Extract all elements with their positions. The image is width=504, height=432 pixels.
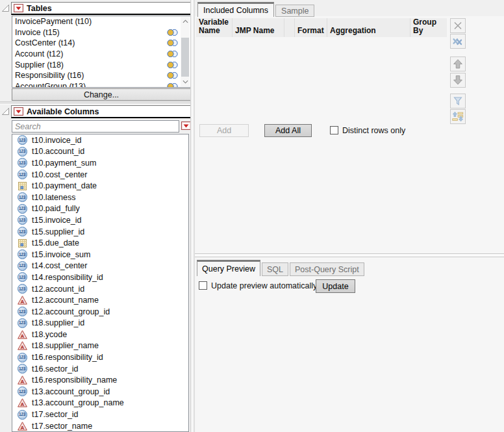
preview-tabbar: Query PreviewSQLPost-Query Script <box>197 260 364 276</box>
add-all-button[interactable]: Add All <box>264 124 312 137</box>
available-columns-section-header: Available Columns <box>11 105 192 118</box>
delete-all-x-icon <box>451 34 465 49</box>
available-column-item[interactable]: 123 t16.sector_id <box>12 363 188 375</box>
change-tables-button[interactable]: Change... <box>12 88 191 101</box>
search-input[interactable] <box>12 120 179 133</box>
available-column-item[interactable]: 123 t12.account_id <box>12 283 188 295</box>
available-column-item[interactable]: 123 t10.payment_sum <box>12 157 188 169</box>
remove-all-columns-button[interactable] <box>450 34 466 49</box>
numeric-column-icon: 123 <box>18 364 27 374</box>
available-column-item[interactable]: A t16.responsibility_name <box>12 374 188 386</box>
tab-sql[interactable]: SQL <box>262 262 288 276</box>
available-column-item[interactable]: 123 t10.invoice_id <box>12 134 188 146</box>
numeric-column-icon: 123 <box>18 192 27 202</box>
update-preview-automatically-checkbox[interactable] <box>199 281 207 290</box>
add-button[interactable]: Add <box>199 124 249 137</box>
table-name: Invoice (t15) <box>15 28 60 37</box>
column-header-group-by[interactable]: Group By <box>410 18 447 37</box>
available-columns-menu-button[interactable] <box>14 107 23 116</box>
available-column-item[interactable]: 123 t14.cost_center <box>12 260 188 272</box>
horizontal-splitter[interactable] <box>0 101 190 105</box>
search-options-button[interactable] <box>181 121 191 130</box>
update-button[interactable]: Update <box>316 279 355 293</box>
column-name: t10.cost_center <box>32 170 87 179</box>
column-header-spacer[interactable] <box>284 18 295 37</box>
available-column-item[interactable]: A t12.account_name <box>12 294 188 306</box>
available-column-item[interactable]: 123 t15.invoice_sum <box>12 249 188 260</box>
tab-label: SQL <box>267 265 283 274</box>
available-column-item[interactable]: 123 t15.supplier_id <box>12 226 188 238</box>
column-header-aggregation[interactable]: Aggregation <box>327 18 410 37</box>
column-name: t15.supplier_id <box>32 227 84 236</box>
available-column-item[interactable]: 123 t13.account_group_id <box>12 386 188 398</box>
move-down-button[interactable] <box>450 73 466 88</box>
column-header-format[interactable]: Format <box>295 18 327 37</box>
filter-button[interactable] <box>450 94 466 108</box>
order-by-button[interactable] <box>450 109 466 124</box>
scrollbar-track[interactable] <box>181 26 190 77</box>
available-column-item[interactable]: A t17.sector_name <box>12 420 188 432</box>
column-name: t10.paid_fully <box>32 204 80 213</box>
available-columns-list: 123 t10.invoice_id 123 t10.account_id 12… <box>12 134 189 432</box>
scroll-up-icon[interactable] <box>181 17 190 26</box>
available-column-item[interactable]: 123 t12.account_group_id <box>12 306 188 318</box>
tables-scrollbar[interactable] <box>181 17 190 86</box>
table-list-item[interactable]: Responsibility (t16) <box>12 70 190 81</box>
available-column-item[interactable]: 123 t14.responsibility_id <box>12 272 188 283</box>
numeric-column-icon: 123 <box>18 204 27 214</box>
tab-included-columns[interactable]: Included Columns <box>197 2 274 17</box>
collapse-triangle-icon[interactable] <box>1 107 10 116</box>
table-list-item[interactable]: Supplier (t18) <box>12 59 190 70</box>
collapse-triangle-icon[interactable] <box>1 4 10 12</box>
distinct-rows-label[interactable]: Distinct rows only <box>342 126 405 135</box>
table-name: Account (t12) <box>15 49 63 58</box>
tables-menu-button[interactable] <box>14 4 23 12</box>
available-column-item[interactable]: 123 t10.account_id <box>12 146 188 158</box>
available-column-item[interactable]: 123 t17.sector_id <box>12 409 188 420</box>
available-column-item[interactable]: A t18.supplier_name <box>12 340 188 352</box>
available-column-item[interactable]: 123 t10.paid_fully <box>12 203 188 215</box>
query-builder-window: Tables InvoicePayment (t10) Invoice (t15… <box>0 0 504 432</box>
available-column-item[interactable]: 123 t18.supplier_id <box>12 318 188 329</box>
tab-sample[interactable]: Sample <box>275 5 314 17</box>
tab-query-preview[interactable]: Query Preview <box>197 260 260 276</box>
column-name: t16.responsibility_id <box>32 353 103 362</box>
date-column-icon <box>18 182 27 190</box>
column-name: t10.payment_sum <box>32 159 96 168</box>
numeric-column-icon: 123 <box>18 135 27 145</box>
update-preview-automatically-label[interactable]: Update preview automatically <box>211 281 317 290</box>
available-column-item[interactable]: 123 t10.cost_center <box>12 169 188 181</box>
available-column-item[interactable]: A t13.account_group_name <box>12 398 188 409</box>
table-list-item[interactable]: InvoicePayment (t10) <box>12 16 190 27</box>
scrollbar-thumb[interactable] <box>181 38 189 77</box>
preview-splitter[interactable] <box>195 253 504 257</box>
included-columns-grid-header: Variable NameJMP NameFormatAggregationGr… <box>196 18 447 37</box>
table-list-item[interactable]: AccountGroup (t13) <box>12 81 190 88</box>
column-header-variable-name[interactable]: Variable Name <box>196 18 233 37</box>
table-list-item[interactable]: CostCenter (t14) <box>12 38 190 49</box>
numeric-column-icon: 123 <box>18 353 27 362</box>
scroll-down-icon[interactable] <box>181 77 190 86</box>
tab-post-query-script[interactable]: Post-Query Script <box>290 262 364 276</box>
column-name: t16.responsibility_name <box>32 375 117 385</box>
available-column-item[interactable]: t15.due_date <box>12 237 188 249</box>
column-name: t15.invoice_id <box>32 216 81 225</box>
available-column-item[interactable]: 123 t15.invoice_id <box>12 214 188 226</box>
table-name: CostCenter (t14) <box>15 38 75 47</box>
available-column-item[interactable]: 123 t16.responsibility_id <box>12 351 188 363</box>
table-list-item[interactable]: Invoice (t15) <box>12 27 190 38</box>
available-column-item[interactable]: t10.payment_date <box>12 180 188 192</box>
column-header-jmp-name[interactable]: JMP Name <box>233 18 284 37</box>
move-up-button[interactable] <box>450 57 466 71</box>
svg-text:A: A <box>20 299 24 305</box>
svg-text:A: A <box>20 402 24 408</box>
available-column-item[interactable]: A t18.ycode <box>12 329 188 340</box>
numeric-column-icon: 123 <box>18 170 27 179</box>
remove-column-button[interactable] <box>450 18 466 33</box>
column-name: t10.account_id <box>32 147 84 156</box>
table-list-item[interactable]: Account (t12) <box>12 49 190 60</box>
available-column-item[interactable]: 123 t10.lateness <box>12 192 188 203</box>
vertical-splitter[interactable] <box>190 0 195 432</box>
join-venn-icon <box>167 72 178 79</box>
distinct-rows-checkbox[interactable] <box>330 126 338 134</box>
